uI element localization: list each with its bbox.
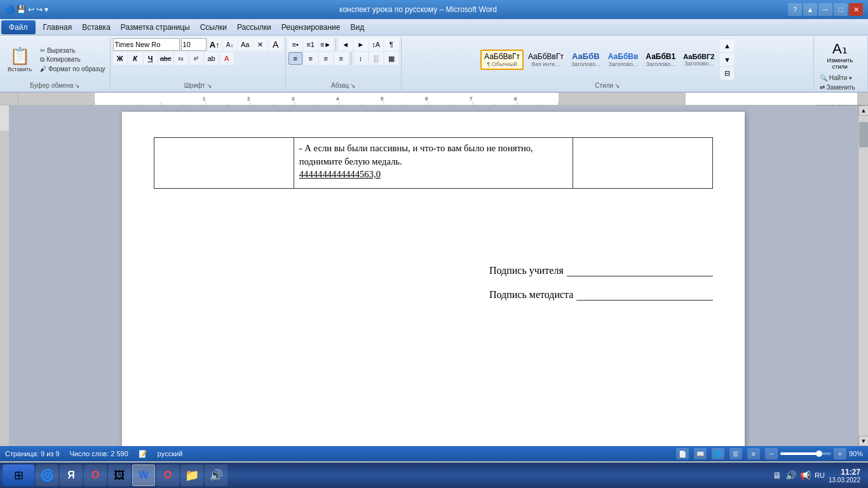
align-center-button[interactable]: ≡ — [304, 52, 318, 65]
zoom-thumb[interactable] — [816, 451, 822, 457]
font-size-input[interactable] — [181, 38, 207, 51]
tray-speaker-icon[interactable]: 📢 — [800, 470, 811, 480]
bullets-button[interactable]: ≡• — [288, 38, 302, 51]
line-spacing-button[interactable]: ↕ — [354, 52, 368, 65]
review-menu[interactable]: Рецензирование — [276, 21, 346, 34]
view-menu[interactable]: Вид — [345, 21, 369, 34]
style-heading4[interactable]: АаБбВГ2 Заголово... — [680, 51, 717, 69]
help-button[interactable]: ? — [788, 3, 802, 16]
font-size-decrease-button[interactable]: A↓ — [223, 38, 237, 51]
styles-scroll-down[interactable]: ▼ — [720, 53, 734, 66]
font-name-input[interactable] — [113, 38, 180, 51]
zoom-out-button[interactable]: ─ — [765, 448, 778, 459]
decrease-indent-button[interactable]: ◄ — [339, 38, 353, 51]
scroll-track — [858, 116, 868, 436]
outline-view-button[interactable]: ☰ — [729, 448, 742, 459]
start-button[interactable]: ⊞ — [3, 464, 34, 486]
taskbar-app-word[interactable]: W — [132, 464, 155, 486]
find-icon: 🔍 — [820, 74, 827, 81]
borders-button[interactable]: ▦ — [384, 52, 398, 65]
increase-indent-button[interactable]: ► — [354, 38, 368, 51]
vertical-scrollbar[interactable]: ▲ ▼ — [858, 105, 868, 446]
redo-icon[interactable]: ↪ — [36, 5, 43, 14]
multilevel-list-button[interactable]: ≡► — [319, 38, 333, 51]
justify-button[interactable]: ≡ — [334, 52, 348, 65]
tray-volume-icon[interactable]: 🔊 — [785, 470, 796, 480]
superscript-button[interactable]: x² — [189, 52, 203, 65]
show-marks-button[interactable]: ¶ — [384, 38, 398, 51]
document-area[interactable]: - А если вы были пассивны, и что-то вам … — [9, 105, 858, 446]
insert-menu[interactable]: Вставка — [77, 21, 116, 34]
home-menu[interactable]: Главная — [38, 21, 78, 34]
zoom-in-button[interactable]: + — [834, 448, 846, 459]
strikethrough-button[interactable]: abc — [159, 52, 173, 65]
taskbar-app-media[interactable]: 🔊 — [205, 464, 227, 486]
cut-button[interactable]: ✂ Вырезать — [38, 46, 107, 55]
highlight-color-button[interactable]: ab — [205, 52, 219, 65]
format-painter-button[interactable]: 🖌 Формат по образцу — [38, 65, 107, 73]
style-heading1[interactable]: АаБбВ Заголово... — [568, 50, 604, 69]
find-button[interactable]: 🔍 Найти ▾ — [817, 74, 855, 82]
style-heading3[interactable]: АаБбВ1 Заголово... — [642, 50, 679, 69]
minimize-button[interactable]: ─ — [818, 3, 832, 16]
taskbar-app-orb[interactable]: 🌀 — [36, 464, 58, 486]
styles-scroll-up[interactable]: ▲ — [720, 39, 734, 52]
style-no-spacing[interactable]: АаБбВвГт Без инте... — [525, 50, 567, 69]
undo-icon[interactable]: ↩ — [28, 5, 34, 14]
change-case-button[interactable]: Aa — [238, 38, 252, 51]
scroll-down-button[interactable]: ▼ — [858, 436, 868, 446]
spell-check-icon: 📝 — [139, 450, 147, 458]
close-button[interactable]: ✕ — [849, 3, 863, 16]
teacher-signature-underline — [567, 276, 713, 276]
cut-icon: ✂ — [40, 47, 47, 54]
copy-button[interactable]: ⧉ Копировать — [38, 55, 107, 64]
style-heading2[interactable]: АаБбВв Заголово... — [605, 50, 642, 69]
mailings-menu[interactable]: Рассылки — [232, 21, 276, 34]
draft-view-button[interactable]: ≡ — [747, 448, 760, 459]
font-row2: Ж К Ч abc x₂ x² ab A — [113, 52, 234, 65]
text-effect-button[interactable]: A — [269, 38, 283, 51]
scroll-thumb[interactable] — [859, 122, 868, 147]
italic-button[interactable]: К — [128, 52, 142, 65]
sort-button[interactable]: ↕A — [369, 38, 383, 51]
clipboard-expand-icon[interactable]: ↘ — [74, 82, 79, 89]
full-reading-button[interactable]: 📖 — [694, 448, 707, 459]
references-menu[interactable]: Ссылки — [195, 21, 232, 34]
web-view-button[interactable]: 🌐 — [712, 448, 724, 459]
styles-expand-icon[interactable]: ↘ — [614, 82, 620, 89]
font-size-increase-button[interactable]: A↑ — [208, 38, 222, 51]
scroll-up-button[interactable]: ▲ — [858, 105, 868, 116]
subscript-button[interactable]: x₂ — [174, 52, 188, 65]
taskbar-app-yandex[interactable]: Я — [60, 464, 83, 486]
taskbar-app-opera1[interactable]: O — [84, 464, 107, 486]
taskbar-app-opera2[interactable]: O — [156, 464, 179, 486]
align-right-button[interactable]: ≡ — [319, 52, 333, 65]
table-cell-2[interactable]: - А если вы были пассивны, и что-то вам … — [294, 138, 573, 189]
paragraph-expand-icon[interactable]: ↘ — [350, 82, 355, 89]
ribbon-toggle-button[interactable]: ▲ — [803, 3, 817, 16]
numbering-button[interactable]: ≡1 — [304, 38, 318, 51]
maximize-button[interactable]: □ — [834, 3, 848, 16]
underline-button[interactable]: Ч — [144, 52, 158, 65]
font-color-button[interactable]: A — [220, 52, 234, 65]
page-layout-menu[interactable]: Разметка страницы — [116, 21, 195, 34]
file-menu[interactable]: Файл — [1, 20, 36, 34]
change-styles-button[interactable]: A₁ Изменить стили — [817, 38, 863, 72]
paste-button[interactable]: 📋 Вставить — [3, 44, 37, 75]
font-expand-icon[interactable]: ↘ — [207, 82, 212, 89]
bold-button[interactable]: Ж — [113, 52, 127, 65]
taskbar-app-photo[interactable]: 🖼 — [108, 464, 131, 486]
title-bar: 🔵 💾 ↩ ↪ ▾ конспект урока по русскому – M… — [0, 0, 868, 19]
align-left-button[interactable]: ≡ — [288, 52, 302, 65]
shading-button[interactable]: ░ — [369, 52, 383, 65]
clear-format-button[interactable]: ✕ — [254, 38, 268, 51]
style-normal[interactable]: АаБбВвГт ¶ Обычный — [480, 50, 524, 70]
paragraph-group-content: ≡• ≡1 ≡► ◄ ► ↕A ¶ ≡ ≡ ≡ ≡ ↕ ░ — [288, 38, 398, 81]
zoom-slider[interactable]: ─ + 90% — [765, 448, 863, 459]
styles-expand[interactable]: ⊟ — [720, 67, 734, 80]
print-view-button[interactable]: 📄 — [676, 448, 689, 459]
svg-text:1: 1 — [203, 96, 206, 102]
taskbar-app-files[interactable]: 📁 — [180, 464, 203, 486]
replace-button[interactable]: ⇄ Заменить — [817, 83, 858, 92]
save-icon[interactable]: 💾 — [17, 5, 26, 14]
